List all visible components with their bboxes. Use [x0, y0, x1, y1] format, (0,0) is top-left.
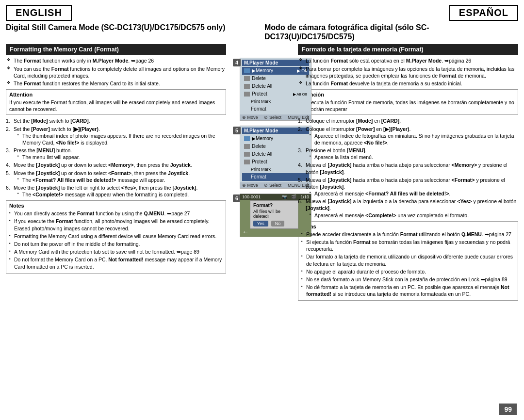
step-right-5: 5.Mueva el [Joystick] hacia arriba o hac… [298, 177, 518, 197]
step-left-5: 5.Move the [Joystick] up or down to sele… [6, 170, 226, 183]
step-right-4: 4.Mueva el [Joystick] hacia arriba o hac… [298, 162, 518, 175]
bullets-left: The Format function works only in M.Play… [6, 57, 226, 87]
bullet-left-1: The Format function works only in M.Play… [7, 57, 225, 64]
format-no-btn[interactable]: No [271, 221, 285, 226]
screenshot-5: 5 M.Player Mode ▶Memory Delete Delete Al… [240, 126, 293, 189]
step-left-6: 6.Move the [Joystick] to the left or rig… [6, 184, 226, 198]
col-espanol: Formato de la tarjeta de memoria (Format… [298, 44, 518, 301]
steps-left: 1.Set the [Mode] switch to [CARD]. 2.Set… [6, 117, 226, 198]
attention-box-left: Attention If you execute the Format func… [6, 89, 226, 115]
screenshot-6: 6 100-0001 📷 🎬 1/10 Format? All files wi… [240, 194, 293, 237]
step-left-3: 3.Press the [MENU] button. The menu list… [6, 147, 226, 161]
notes-list-left: You can directly access the Format funct… [9, 210, 223, 270]
bullets-right: La función Format sólo está operativa en… [298, 57, 518, 87]
attention-text-left: If you execute the Format function, all … [9, 99, 223, 113]
step-right-6: 6.Mueva el [Joystick] a la izquierda o a… [298, 198, 518, 219]
step-left-4: 4.Move the [Joystick] up or down to sele… [6, 162, 226, 168]
step-left-2: 2.Set the [Power] switch to [▶](Player).… [6, 126, 226, 146]
attention-title-right: Atención [301, 92, 515, 97]
notes-title-right: Notas [301, 224, 515, 229]
bullet-left-3: The Format function restores the Memory … [7, 80, 225, 87]
format-dialog: Format? All files will be deleted! Yes N… [250, 200, 298, 229]
attention-box-right: Atención Si ejecuta la función Format de… [298, 89, 518, 115]
screenshot-4: 4 M.Player Mode ▶Memory ▶ Off Delete Del… [240, 58, 293, 121]
bullet-right-2: Para borrar por completo las imágenes y … [299, 65, 517, 79]
bullet-right-3: La función Format devuelve la tarjeta de… [299, 80, 517, 87]
main-title-right: Modo de cámara fotográfica digital (sólo… [260, 23, 518, 41]
step-right-1: 1.Coloque el interruptor [Mode] en [CARD… [298, 117, 518, 124]
col-english: Formatting the Memory Card (Format) The … [6, 44, 226, 273]
format-yes-btn[interactable]: Yes [253, 221, 268, 226]
steps-right: 1.Coloque el interruptor [Mode] en [CARD… [298, 117, 518, 218]
step-right-3: 3.Presione el botón [MENU]. Aparece la l… [298, 147, 518, 161]
main-title-left: Digital Still Camera Mode (SC-DC173(U)/D… [6, 23, 260, 41]
notes-box-right: Notas Puede acceder directamente a la fu… [298, 221, 518, 301]
bullet-left-2: You can use the Format functions to comp… [7, 65, 225, 79]
step-left-1: 1.Set the [Mode] switch to [CARD]. [6, 117, 226, 124]
notes-title-left: Notes [9, 203, 223, 209]
step-badge-4: 4 [233, 59, 241, 66]
section-header-left: Formatting the Memory Card (Format) [6, 44, 226, 55]
bullet-right-1: La función Format sólo está operativa en… [299, 57, 517, 64]
nav-arrows: ← → [240, 228, 311, 236]
lang-espanol: ESPAÑOL [449, 5, 518, 21]
page-number: 99 [499, 404, 517, 415]
attention-title-left: Attention [9, 92, 223, 97]
notes-box-left: Notes You can directly access the Format… [6, 200, 226, 273]
step-right-2: 2.Coloque el interruptor [Power] en [▶](… [298, 126, 518, 146]
lang-english: ENGLISH [6, 5, 72, 21]
notes-list-right: Puede acceder directamente a la función … [301, 231, 515, 298]
step-badge-5: 5 [233, 127, 241, 134]
attention-text-right: Si ejecuta la función Format de memoria,… [301, 99, 515, 113]
section-header-right: Formato de la tarjeta de memoria (Format… [298, 44, 518, 55]
